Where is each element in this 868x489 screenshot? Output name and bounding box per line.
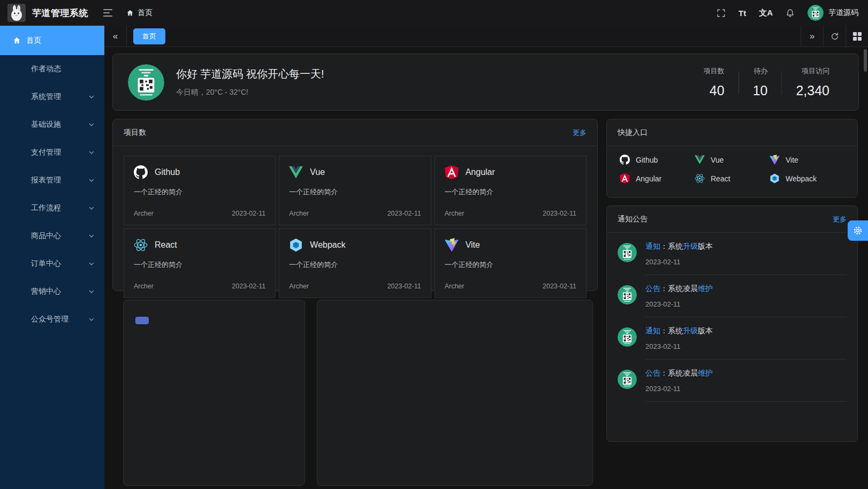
sidebar-item-label: 工作流程 [31, 203, 88, 213]
sidebar-item-home[interactable]: 首页 [0, 26, 104, 55]
shortcut-vue[interactable]: Vue [695, 155, 770, 165]
pie-chart-panel [123, 300, 305, 486]
shortcut-react[interactable]: React [695, 173, 770, 184]
sidebar-item-workflow[interactable]: 工作流程 [0, 194, 104, 222]
project-card-vue[interactable]: Vue一个正经的简介Archer2023-02-11 [279, 156, 431, 225]
project-author: Archer [445, 210, 465, 217]
shortcuts-title: 快捷入口 [618, 128, 648, 137]
notice-title: 公告：系统凌晨维护 [645, 369, 847, 378]
stat-label: 项目数 [704, 66, 725, 76]
sidebar-item-label: 订单中心 [31, 259, 88, 269]
notice-date: 2023-02-11 [645, 258, 847, 266]
stat-0: 项目数40 [690, 66, 738, 98]
sidebar-item-label: 基础设施 [31, 120, 88, 129]
sidebar-item-label: 作者动态 [31, 64, 95, 74]
pie-chart [124, 300, 304, 485]
project-date: 2023-02-11 [232, 282, 265, 290]
top-navbar: 芋道管理系统 首页 Tt 文A 芋道源码 [0, 0, 868, 26]
notice-title: 通知：系统升级版本 [645, 242, 847, 251]
sidebar-item-marketing-center[interactable]: 营销中心 [0, 278, 104, 305]
notice-item-1[interactable]: 公告：系统凌晨维护2023-02-11 [618, 275, 847, 317]
breadcrumb-label: 首页 [138, 8, 153, 18]
greeting-title: 你好 芋道源码 祝你开心每一天! [176, 67, 690, 81]
greeting-subtitle: 今日晴，20°C - 32°C! [176, 88, 690, 97]
project-card-vite[interactable]: Vite一个正经的简介Archer2023-02-11 [435, 228, 587, 298]
notice-avatar [618, 285, 637, 304]
project-author: Archer [289, 282, 309, 290]
refresh-icon[interactable] [823, 26, 846, 47]
notice-item-3[interactable]: 公告：系统凌晨维护2023-02-11 [618, 360, 847, 402]
legend-swatch[interactable] [135, 317, 149, 324]
project-name: Github [155, 167, 180, 177]
layout-grid-icon[interactable] [846, 26, 868, 47]
stats-row: 项目数40待办10项目访问2,340 [690, 66, 843, 98]
shortcuts-grid: GithubVueViteAngularReactWebpack [607, 146, 857, 192]
notice-item-0[interactable]: 通知：系统升级版本2023-02-11 [618, 233, 847, 275]
github-icon [620, 155, 630, 165]
tabbar: « 首页 » [104, 26, 868, 47]
tab-home[interactable]: 首页 [133, 28, 165, 44]
shortcut-label: Vue [711, 156, 724, 164]
sidebar-item-author-feed[interactable]: 作者动态 [0, 55, 104, 83]
notice-avatar [618, 327, 637, 347]
project-card-angular[interactable]: Angular一个正经的简介Archer2023-02-11 [435, 156, 587, 225]
chevron-down-icon [88, 233, 95, 239]
greeting-card: 你好 芋道源码 祝你开心每一天! 今日晴，20°C - 32°C! 项目数40待… [112, 54, 859, 111]
stat-2: 项目访问2,340 [782, 66, 843, 98]
projects-more-link[interactable]: 更多 [573, 128, 587, 137]
notice-item-2[interactable]: 通知：系统升级版本2023-02-11 [618, 317, 847, 360]
tabs-scroll-left-icon[interactable]: « [104, 26, 127, 47]
shortcut-vite[interactable]: Vite [770, 155, 844, 165]
shortcut-label: Angular [636, 174, 661, 183]
shortcut-webpack[interactable]: Webpack [770, 173, 844, 184]
shortcut-label: Webpack [786, 174, 817, 183]
project-desc: 一个正经的简介 [445, 187, 576, 197]
tabs-scroll-right-icon[interactable]: » [801, 26, 823, 47]
bell-icon[interactable] [786, 9, 795, 18]
project-author: Archer [289, 210, 309, 217]
sidebar-item-payment[interactable]: 支付管理 [0, 139, 104, 166]
shortcut-angular[interactable]: Angular [620, 173, 695, 184]
font-size-icon[interactable]: Tt [738, 9, 746, 18]
project-name: React [155, 240, 177, 250]
shortcut-github[interactable]: Github [620, 155, 695, 165]
vue-icon [289, 165, 303, 179]
greeting-avatar [128, 64, 164, 101]
project-card-react[interactable]: React一个正经的简介Archer2023-02-11 [124, 228, 276, 298]
project-card-github[interactable]: Github一个正经的简介Archer2023-02-11 [124, 156, 276, 225]
user-menu[interactable]: 芋道源码 [808, 5, 858, 21]
scrollbar-thumb[interactable] [864, 49, 867, 72]
notice-avatar [618, 243, 637, 262]
project-card-webpack[interactable]: Webpack一个正经的简介Archer2023-02-11 [279, 228, 431, 298]
sidebar-item-label: 首页 [26, 36, 95, 45]
project-name: Angular [466, 167, 495, 177]
webpack-icon [289, 238, 303, 252]
stat-label: 项目访问 [796, 66, 829, 76]
chevron-down-icon [88, 121, 95, 128]
project-date: 2023-02-11 [387, 282, 421, 290]
sidebar-item-infrastructure[interactable]: 基础设施 [0, 111, 104, 139]
sidebar-item-report[interactable]: 报表管理 [0, 166, 104, 194]
sidebar-item-mp-account[interactable]: 公众号管理 [0, 305, 104, 333]
stat-value: 40 [704, 83, 725, 98]
stat-value: 10 [753, 83, 768, 98]
projects-panel: 项目数 更多 Github一个正经的简介Archer2023-02-11Vue一… [112, 119, 598, 291]
notices-panel: 通知公告 更多 通知：系统升级版本2023-02-11公告：系统凌晨维护2023… [606, 205, 858, 442]
sidebar-item-order-center[interactable]: 订单中心 [0, 250, 104, 278]
chevron-down-icon [88, 316, 95, 323]
locale-icon[interactable]: 文A [759, 8, 773, 18]
main-content: 你好 芋道源码 祝你开心每一天! 今日晴，20°C - 32°C! 项目数40待… [104, 48, 868, 489]
sidebar-item-product-center[interactable]: 商品中心 [0, 222, 104, 250]
sidebar-item-system[interactable]: 系统管理 [0, 83, 104, 111]
menu-collapse-icon[interactable] [103, 9, 112, 17]
settings-button[interactable] [848, 220, 868, 241]
shortcut-label: Github [636, 156, 658, 164]
project-date: 2023-02-11 [232, 210, 265, 217]
sidebar-item-label: 商品中心 [31, 231, 88, 241]
fullscreen-icon[interactable] [717, 9, 726, 18]
angular-icon [620, 173, 630, 184]
breadcrumb[interactable]: 首页 [126, 8, 153, 18]
notices-more-link[interactable]: 更多 [833, 215, 847, 224]
chevron-down-icon [88, 205, 95, 211]
chevron-down-icon [88, 149, 95, 156]
